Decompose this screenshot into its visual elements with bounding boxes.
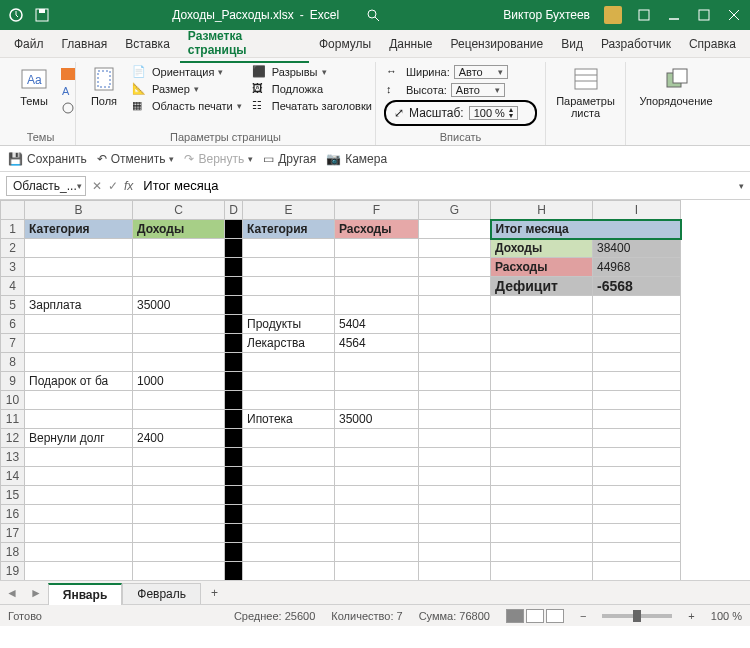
cell[interactable]: [133, 562, 225, 581]
cell[interactable]: [335, 448, 419, 467]
view-normal-icon[interactable]: [506, 609, 524, 623]
cell[interactable]: [225, 239, 243, 258]
cancel-icon[interactable]: ✕: [92, 179, 102, 193]
cell[interactable]: [225, 277, 243, 296]
cell[interactable]: [419, 543, 491, 562]
cell[interactable]: Ипотека: [243, 410, 335, 429]
search-icon[interactable]: [365, 7, 381, 23]
cell[interactable]: [335, 486, 419, 505]
col-header[interactable]: H: [491, 201, 593, 220]
cell[interactable]: [225, 448, 243, 467]
enter-icon[interactable]: ✓: [108, 179, 118, 193]
cell[interactable]: [419, 315, 491, 334]
formula-input[interactable]: [139, 176, 733, 195]
qat-other[interactable]: ▭Другая: [263, 152, 316, 166]
effects-icon[interactable]: [60, 101, 76, 115]
minimize-icon[interactable]: [666, 7, 682, 23]
user-name[interactable]: Виктор Бухтеев: [503, 8, 590, 22]
cell[interactable]: Расходы: [335, 220, 419, 239]
cell[interactable]: [225, 543, 243, 562]
row-header[interactable]: 8: [1, 353, 25, 372]
cell[interactable]: [335, 467, 419, 486]
row-header[interactable]: 13: [1, 448, 25, 467]
cell[interactable]: [419, 372, 491, 391]
row-header[interactable]: 9: [1, 372, 25, 391]
col-header[interactable]: F: [335, 201, 419, 220]
cell[interactable]: [335, 524, 419, 543]
cell[interactable]: Доходы: [491, 239, 593, 258]
cell[interactable]: [419, 391, 491, 410]
scale-spinner[interactable]: 100 %▴▾: [469, 106, 518, 120]
cell[interactable]: [593, 467, 681, 486]
col-header[interactable]: C: [133, 201, 225, 220]
cell[interactable]: [243, 296, 335, 315]
menu-home[interactable]: Главная: [54, 33, 116, 55]
cell[interactable]: 1000: [133, 372, 225, 391]
cell[interactable]: [243, 372, 335, 391]
cell[interactable]: [25, 239, 133, 258]
cell[interactable]: [491, 353, 593, 372]
col-header[interactable]: G: [419, 201, 491, 220]
cell[interactable]: [225, 524, 243, 543]
row-header[interactable]: 15: [1, 486, 25, 505]
cell[interactable]: 35000: [335, 410, 419, 429]
cell[interactable]: Расходы: [491, 258, 593, 277]
cell[interactable]: [25, 334, 133, 353]
menu-view[interactable]: Вид: [553, 33, 591, 55]
menu-formulas[interactable]: Формулы: [311, 33, 379, 55]
cell[interactable]: [335, 562, 419, 581]
cell[interactable]: [133, 410, 225, 429]
cell[interactable]: [243, 505, 335, 524]
cell[interactable]: [593, 486, 681, 505]
row-header[interactable]: 2: [1, 239, 25, 258]
row-header[interactable]: 6: [1, 315, 25, 334]
fit-width-row[interactable]: ↔Ширина: Авто▾: [384, 64, 537, 80]
cell[interactable]: [491, 505, 593, 524]
row-header[interactable]: 11: [1, 410, 25, 429]
cell[interactable]: [593, 296, 681, 315]
cell[interactable]: [419, 334, 491, 353]
cell[interactable]: [419, 562, 491, 581]
arrange-button[interactable]: Упорядочение: [634, 64, 718, 109]
cell[interactable]: [593, 505, 681, 524]
cell[interactable]: [133, 239, 225, 258]
cell[interactable]: [25, 258, 133, 277]
cell[interactable]: 38400: [593, 239, 681, 258]
cell[interactable]: Категория: [243, 220, 335, 239]
row-header[interactable]: 7: [1, 334, 25, 353]
cell[interactable]: 4564: [335, 334, 419, 353]
zoom-out-icon[interactable]: −: [580, 610, 586, 622]
fit-height-combo[interactable]: Авто▾: [451, 83, 505, 97]
cell[interactable]: [335, 505, 419, 524]
cell[interactable]: [133, 448, 225, 467]
cell[interactable]: Дефицит: [491, 277, 593, 296]
cell[interactable]: 35000: [133, 296, 225, 315]
cell[interactable]: [335, 372, 419, 391]
cell[interactable]: [593, 353, 681, 372]
cell[interactable]: [225, 334, 243, 353]
cell[interactable]: [133, 334, 225, 353]
cell[interactable]: Категория: [25, 220, 133, 239]
cell[interactable]: [25, 486, 133, 505]
breaks-button[interactable]: ⬛Разрывы▾: [250, 64, 374, 80]
cell[interactable]: [25, 391, 133, 410]
menu-insert[interactable]: Вставка: [117, 33, 178, 55]
cell[interactable]: [491, 486, 593, 505]
cell[interactable]: [419, 467, 491, 486]
row-header[interactable]: 19: [1, 562, 25, 581]
cell[interactable]: [491, 429, 593, 448]
autosave-icon[interactable]: [8, 7, 24, 23]
name-box[interactable]: Область_...▾: [6, 176, 86, 196]
cell[interactable]: [25, 277, 133, 296]
cell[interactable]: [225, 372, 243, 391]
cell[interactable]: [419, 239, 491, 258]
cell[interactable]: [419, 505, 491, 524]
cell[interactable]: Доходы: [133, 220, 225, 239]
row-header[interactable]: 5: [1, 296, 25, 315]
zoom-slider[interactable]: [602, 614, 672, 618]
row-header[interactable]: 12: [1, 429, 25, 448]
cell[interactable]: Зарплата: [25, 296, 133, 315]
cell[interactable]: [243, 562, 335, 581]
cell[interactable]: 44968: [593, 258, 681, 277]
cell[interactable]: [243, 258, 335, 277]
